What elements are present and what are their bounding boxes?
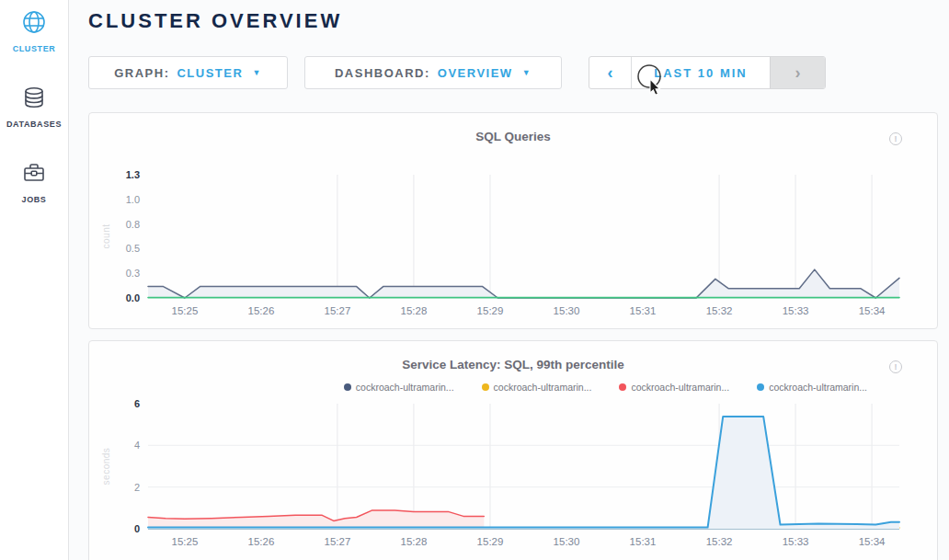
page-title: CLUSTER OVERVIEW: [88, 9, 342, 33]
svg-text:15:25: 15:25: [172, 305, 199, 316]
svg-text:15:26: 15:26: [248, 536, 275, 547]
svg-text:15:34: 15:34: [859, 536, 886, 547]
svg-text:15:32: 15:32: [706, 536, 733, 547]
time-range-selector: ‹ LAST 10 MIN ›: [589, 56, 826, 89]
graph-dropdown-label: GRAPH:: [114, 66, 169, 80]
time-range-prev-button[interactable]: ‹: [589, 57, 632, 88]
service-latency-chart[interactable]: 642015:2515:2615:2715:2815:2915:3015:311…: [89, 341, 939, 560]
svg-text:15:33: 15:33: [783, 536, 809, 547]
svg-text:15:25: 15:25: [172, 536, 199, 547]
svg-text:15:28: 15:28: [401, 305, 428, 316]
svg-text:15:27: 15:27: [325, 305, 351, 316]
svg-text:1.0: 1.0: [126, 194, 140, 205]
dashboard-dropdown-label: DASHBOARD:: [335, 66, 430, 80]
svg-text:15:33: 15:33: [783, 305, 809, 316]
chevron-right-icon: ›: [795, 63, 801, 83]
svg-text:15:29: 15:29: [477, 305, 504, 316]
svg-text:15:31: 15:31: [630, 536, 657, 547]
svg-text:2: 2: [134, 482, 140, 493]
svg-text:15:32: 15:32: [706, 305, 733, 316]
chart-card-sql-queries: SQL Queries ! 1.31.00.80.50.30.015:2515:…: [88, 112, 938, 329]
sidebar-item-databases[interactable]: DATABASES: [6, 85, 62, 129]
databases-icon: [21, 85, 47, 114]
svg-text:0.0: 0.0: [126, 292, 140, 303]
time-range-next-button[interactable]: ›: [770, 57, 825, 88]
caret-down-icon: ▼: [522, 68, 532, 77]
time-range-value-button[interactable]: LAST 10 MIN: [632, 57, 770, 88]
svg-text:15:34: 15:34: [859, 305, 886, 316]
svg-text:15:27: 15:27: [325, 536, 351, 547]
svg-text:15:30: 15:30: [554, 305, 580, 316]
svg-text:0.8: 0.8: [126, 219, 140, 230]
svg-text:0: 0: [134, 523, 140, 534]
svg-text:15:29: 15:29: [477, 536, 504, 547]
svg-text:4: 4: [134, 440, 140, 451]
sidebar-item-jobs[interactable]: JOBS: [21, 160, 47, 204]
svg-text:seconds: seconds: [101, 448, 111, 486]
chevron-left-icon: ‹: [608, 63, 613, 83]
svg-text:15:31: 15:31: [630, 305, 657, 316]
sidebar-item-label: CLUSTER: [13, 44, 56, 53]
graph-dropdown-value: CLUSTER: [177, 66, 243, 80]
svg-text:15:28: 15:28: [401, 536, 428, 547]
sidebar-item-label: JOBS: [22, 195, 47, 204]
svg-text:0.3: 0.3: [126, 268, 140, 279]
sidebar-item-label: DATABASES: [6, 120, 62, 129]
sidebar-item-cluster[interactable]: CLUSTER: [13, 9, 56, 53]
globe-icon: [21, 9, 47, 39]
svg-text:count: count: [101, 224, 111, 249]
dashboard-dropdown-value: OVERVIEW: [438, 66, 513, 80]
sidebar: CLUSTER DATABASES JOBS: [0, 0, 69, 560]
svg-text:0.5: 0.5: [126, 243, 140, 254]
sql-queries-chart[interactable]: 1.31.00.80.50.30.015:2515:2615:2715:2815…: [89, 113, 939, 330]
graph-dropdown[interactable]: GRAPH: CLUSTER ▼: [88, 56, 288, 89]
jobs-icon: [21, 160, 47, 189]
svg-text:15:30: 15:30: [554, 536, 580, 547]
svg-text:15:26: 15:26: [248, 305, 275, 316]
main-content: CLUSTER OVERVIEW GRAPH: CLUSTER ▼ DASHBO…: [69, 0, 949, 560]
svg-text:1.3: 1.3: [126, 169, 140, 180]
svg-text:6: 6: [134, 398, 140, 409]
chart-card-service-latency: Service Latency: SQL, 99th percentile ! …: [88, 340, 938, 560]
caret-down-icon: ▼: [252, 68, 261, 77]
dashboard-dropdown[interactable]: DASHBOARD: OVERVIEW ▼: [304, 56, 562, 89]
